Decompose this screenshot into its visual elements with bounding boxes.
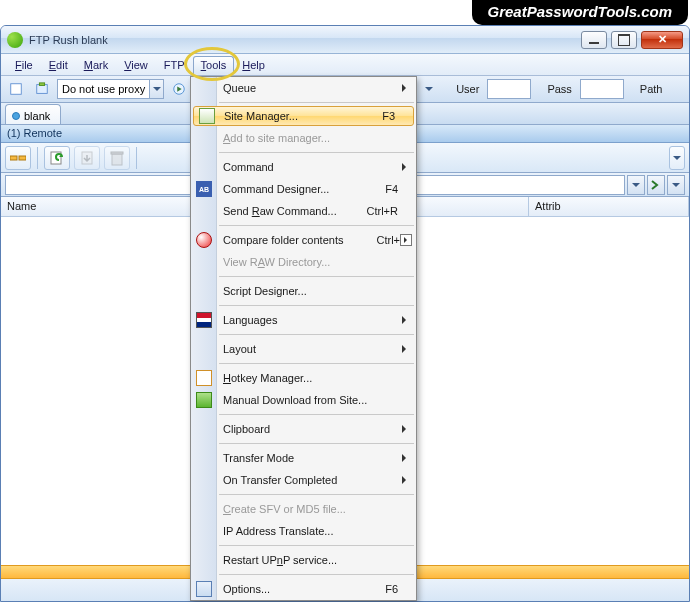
window-title: FTP Rush blank xyxy=(29,34,581,46)
ptb-refresh[interactable] xyxy=(44,146,70,170)
menu-label: Create SFV or MD5 file... xyxy=(223,503,346,515)
menu-restart-upnp[interactable]: Restart UPnP service... xyxy=(191,549,416,571)
menu-transfer-mode[interactable]: Transfer Mode xyxy=(191,447,416,469)
path-label: Path xyxy=(628,83,667,95)
minimize-button[interactable] xyxy=(581,31,607,49)
menu-shortcut: F4 xyxy=(385,183,410,195)
ptb-overflow[interactable] xyxy=(669,146,685,170)
compare-icon xyxy=(196,232,212,248)
hotkey-icon xyxy=(196,370,212,386)
menu-separator xyxy=(219,225,414,226)
menu-bar: FileEditMarkViewFTPToolsHelp xyxy=(1,54,689,76)
menu-label: Transfer Mode xyxy=(223,452,294,464)
menu-edit[interactable]: Edit xyxy=(41,56,76,74)
menu-separator xyxy=(219,276,414,277)
menu-label: Command Designer... xyxy=(223,183,329,195)
svg-rect-2 xyxy=(39,83,44,86)
menu-help[interactable]: Help xyxy=(234,56,273,74)
menu-on-complete[interactable]: On Transfer Completed xyxy=(191,469,416,491)
watermark-badge: GreatPasswordTools.com xyxy=(472,0,689,25)
user-input[interactable] xyxy=(487,79,531,99)
window-buttons xyxy=(581,31,683,49)
address-history-icon[interactable] xyxy=(667,175,685,195)
menu-add-site: Add to site manager... xyxy=(191,127,416,149)
address-go-button[interactable] xyxy=(647,175,665,195)
tab-status-icon xyxy=(12,112,20,120)
expand-icon[interactable] xyxy=(400,234,412,246)
menu-script-designer[interactable]: Script Designer... xyxy=(191,280,416,302)
ptb-transfer[interactable] xyxy=(74,146,100,170)
proxy-value: Do not use proxy xyxy=(58,83,149,95)
pass-label: Pass xyxy=(535,83,575,95)
app-icon xyxy=(7,32,23,48)
menu-label: Add to site manager... xyxy=(223,132,330,144)
menu-label: Layout xyxy=(223,343,256,355)
separator xyxy=(37,147,38,169)
menu-layout[interactable]: Layout xyxy=(191,338,416,360)
tools-menu: Queue Site Manager... F3 Add to site man… xyxy=(190,76,417,601)
menu-compare[interactable]: Compare folder contents Ctrl+D xyxy=(191,229,416,251)
menu-separator xyxy=(219,414,414,415)
menu-clipboard[interactable]: Clipboard xyxy=(191,418,416,440)
menu-create-sfv: Create SFV or MD5 file... xyxy=(191,498,416,520)
menu-label: Script Designer... xyxy=(223,285,307,297)
menu-label: Queue xyxy=(223,82,256,94)
download-icon xyxy=(196,392,212,408)
col-attrib[interactable]: Attrib xyxy=(529,197,689,216)
toolbar-overflow-1[interactable] xyxy=(418,78,440,100)
address-dropdown-icon[interactable] xyxy=(627,175,645,195)
svg-rect-4 xyxy=(10,156,17,160)
ptb-connect[interactable] xyxy=(5,146,31,170)
menu-command[interactable]: Command xyxy=(191,156,416,178)
proxy-combo[interactable]: Do not use proxy xyxy=(57,79,164,99)
menu-manual-download[interactable]: Manual Download from Site... xyxy=(191,389,416,411)
title-bar: FTP Rush blank xyxy=(1,26,689,54)
toolbar-btn-2[interactable] xyxy=(31,78,53,100)
menu-view-raw: View RAW Directory... xyxy=(191,251,416,273)
menu-mark[interactable]: Mark xyxy=(76,56,116,74)
svg-rect-9 xyxy=(111,152,123,154)
menu-ftp[interactable]: FTP xyxy=(156,56,193,74)
site-manager-icon xyxy=(199,108,215,124)
menu-site-manager[interactable]: Site Manager... F3 xyxy=(193,106,414,126)
user-label: User xyxy=(444,83,483,95)
menu-send-raw[interactable]: Send Raw Command... Ctrl+R xyxy=(191,200,416,222)
menu-separator xyxy=(219,334,414,335)
menu-label: Languages xyxy=(223,314,277,326)
menu-separator xyxy=(219,102,414,103)
menu-separator xyxy=(219,305,414,306)
menu-queue[interactable]: Queue xyxy=(191,77,416,99)
ptb-delete[interactable] xyxy=(104,146,130,170)
svg-rect-8 xyxy=(112,154,122,165)
menu-file[interactable]: File xyxy=(7,56,41,74)
menu-hotkey[interactable]: Hotkey Manager... xyxy=(191,367,416,389)
menu-tools[interactable]: Tools xyxy=(193,56,235,74)
menu-languages[interactable]: Languages xyxy=(191,309,416,331)
menu-label: Hotkey Manager... xyxy=(223,372,312,384)
menu-label: Send Raw Command... xyxy=(223,205,337,217)
toolbar-btn-connect[interactable] xyxy=(168,78,190,100)
menu-separator xyxy=(219,443,414,444)
menu-label: On Transfer Completed xyxy=(223,474,337,486)
menu-ip-translate[interactable]: IP Address Translate... xyxy=(191,520,416,542)
flag-icon xyxy=(196,312,212,328)
close-button[interactable] xyxy=(641,31,683,49)
options-icon xyxy=(196,581,212,597)
tab-label: blank xyxy=(24,110,50,122)
menu-label: Clipboard xyxy=(223,423,270,435)
menu-view[interactable]: View xyxy=(116,56,156,74)
menu-shortcut: Ctrl+R xyxy=(367,205,410,217)
menu-label: Command xyxy=(223,161,274,173)
maximize-button[interactable] xyxy=(611,31,637,49)
separator xyxy=(136,147,137,169)
tab-blank[interactable]: blank xyxy=(5,104,61,124)
menu-separator xyxy=(219,574,414,575)
menu-shortcut: F3 xyxy=(382,110,407,122)
pass-input[interactable] xyxy=(580,79,624,99)
menu-options[interactable]: Options... F6 xyxy=(191,578,416,600)
toolbar-btn-1[interactable] xyxy=(5,78,27,100)
menu-shortcut: F6 xyxy=(385,583,410,595)
proxy-dropdown-icon[interactable] xyxy=(149,80,163,98)
menu-label: View RAW Directory... xyxy=(223,256,330,268)
menu-command-designer[interactable]: AB Command Designer... F4 xyxy=(191,178,416,200)
